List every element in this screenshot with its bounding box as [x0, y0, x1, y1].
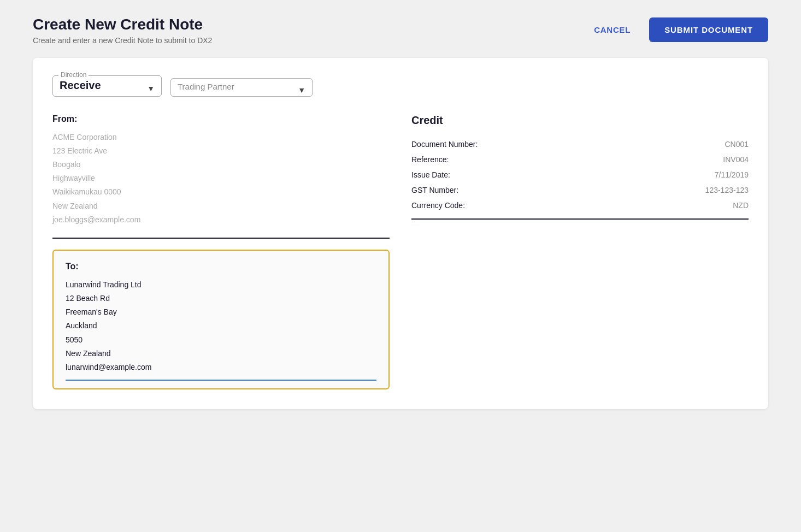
two-col-layout: From: ACME Corporation123 Electric AveBo… [52, 114, 749, 390]
trading-partner-value[interactable]: Trading Partner [178, 80, 250, 93]
from-label: From: [52, 114, 390, 124]
credit-fields: Document Number:CN001Reference:INV004Iss… [411, 137, 749, 213]
credit-row: Document Number:CN001 [411, 137, 749, 152]
from-address-line: joe.bloggs@example.com [52, 213, 390, 227]
cancel-button[interactable]: CANCEL [584, 20, 640, 40]
to-section[interactable]: To: Lunarwind Trading Ltd12 Beach RdFree… [52, 250, 390, 389]
direction-value[interactable]: Receive [60, 79, 116, 91]
credit-value: CN001 [725, 140, 749, 149]
from-address: ACME Corporation123 Electric AveBoogaloH… [52, 131, 390, 227]
credit-key: GST Number: [411, 186, 458, 194]
from-address-line: Waikikamukau 0000 [52, 185, 390, 199]
credit-value: 123-123-123 [705, 186, 749, 194]
from-address-line: ACME Corporation [52, 131, 390, 144]
to-section-inner: To: Lunarwind Trading Ltd12 Beach RdFree… [66, 262, 376, 381]
from-section: From: ACME Corporation123 Electric AveBo… [52, 114, 390, 239]
main-card: Direction Receive ▼ Trading Partner ▼ Fr… [33, 58, 768, 410]
from-address-line: New Zealand [52, 199, 390, 213]
from-address-line: Highwayville [52, 172, 390, 185]
credit-value: 7/11/2019 [715, 170, 749, 179]
page-title: Create New Credit Note [33, 15, 212, 34]
direction-chevron-icon: ▼ [147, 84, 155, 93]
to-address-line: Auckland [66, 319, 376, 333]
to-address-line: Lunarwind Trading Ltd [66, 278, 376, 292]
trading-partner-select[interactable]: Trading Partner ▼ [170, 78, 313, 97]
to-address-line: lunarwind@example.com [66, 360, 376, 374]
credit-section: Credit Document Number:CN001Reference:IN… [411, 114, 749, 230]
to-address-line: Freeman's Bay [66, 305, 376, 319]
credit-row: Currency Code:NZD [411, 198, 749, 213]
header-actions: CANCEL SUBMIT DOCUMENT [584, 17, 768, 42]
direction-label: Direction [58, 71, 89, 79]
left-col: From: ACME Corporation123 Electric AveBo… [52, 114, 390, 390]
header-title-group: Create New Credit Note Create and enter … [33, 15, 212, 45]
credit-divider [411, 218, 749, 220]
credit-row: GST Number:123-123-123 [411, 182, 749, 198]
to-address: Lunarwind Trading Ltd12 Beach RdFreeman'… [66, 278, 376, 374]
page-wrapper: Create New Credit Note Create and enter … [0, 0, 801, 532]
credit-title: Credit [411, 114, 749, 127]
credit-key: Issue Date: [411, 170, 450, 179]
credit-row: Reference:INV004 [411, 152, 749, 167]
credit-value: INV004 [723, 155, 749, 164]
trading-partner-chevron-icon: ▼ [298, 85, 305, 94]
direction-select[interactable]: Direction Receive ▼ [52, 75, 162, 97]
credit-key: Currency Code: [411, 201, 465, 210]
submit-button[interactable]: SUBMIT DOCUMENT [649, 17, 768, 42]
credit-value: NZD [733, 201, 749, 210]
page-subtitle: Create and enter a new Credit Note to su… [33, 36, 212, 45]
to-address-line: 12 Beach Rd [66, 292, 376, 305]
credit-key: Reference: [411, 155, 449, 164]
from-address-line: 123 Electric Ave [52, 144, 390, 158]
credit-row: Issue Date:7/11/2019 [411, 167, 749, 182]
to-address-line: 5050 [66, 333, 376, 347]
header-row: Create New Credit Note Create and enter … [33, 15, 768, 45]
credit-key: Document Number: [411, 140, 478, 149]
from-address-line: Boogalo [52, 158, 390, 172]
to-address-line: New Zealand [66, 347, 376, 360]
right-col: Credit Document Number:CN001Reference:IN… [411, 114, 749, 390]
to-label: To: [66, 262, 376, 271]
direction-row: Direction Receive ▼ Trading Partner ▼ [52, 75, 749, 97]
